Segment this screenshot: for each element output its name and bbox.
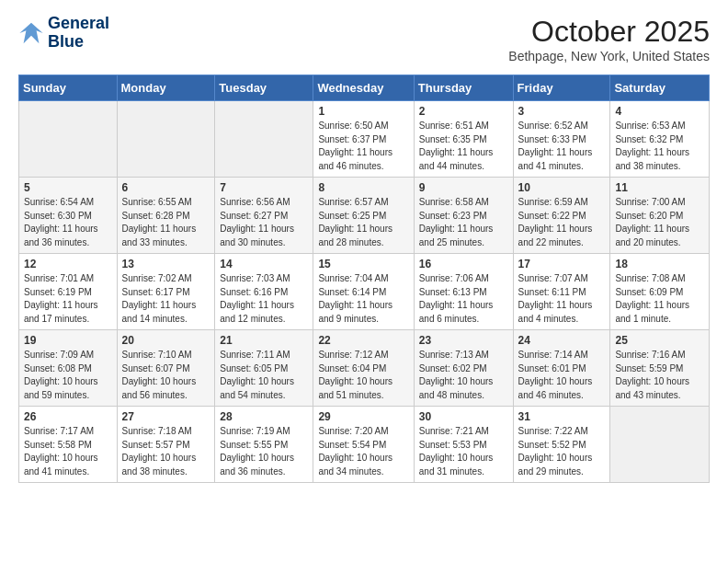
- day-info: Sunrise: 7:09 AM Sunset: 6:08 PM Dayligh…: [24, 349, 112, 402]
- day-info: Sunrise: 7:21 AM Sunset: 5:53 PM Dayligh…: [419, 425, 508, 478]
- day-info: Sunrise: 7:01 AM Sunset: 6:19 PM Dayligh…: [24, 272, 112, 326]
- day-info: Sunrise: 7:12 AM Sunset: 6:04 PM Dayligh…: [318, 349, 408, 402]
- calendar-cell: 15Sunrise: 7:04 AM Sunset: 6:14 PM Dayli…: [313, 254, 414, 330]
- day-number: 29: [318, 410, 408, 423]
- day-number: 6: [122, 181, 210, 194]
- day-number: 31: [518, 410, 606, 423]
- day-number: 15: [318, 258, 408, 270]
- calendar-cell: 10Sunrise: 6:59 AM Sunset: 6:22 PM Dayli…: [513, 178, 610, 254]
- day-number: 12: [24, 258, 112, 270]
- calendar-cell: 29Sunrise: 7:20 AM Sunset: 5:54 PM Dayli…: [313, 407, 414, 483]
- calendar-cell: 23Sunrise: 7:13 AM Sunset: 6:02 PM Dayli…: [414, 330, 513, 407]
- day-number: 16: [419, 258, 508, 270]
- day-info: Sunrise: 7:14 AM Sunset: 6:01 PM Dayligh…: [518, 349, 606, 402]
- day-number: 18: [615, 258, 704, 270]
- day-info: Sunrise: 6:52 AM Sunset: 6:33 PM Dayligh…: [518, 120, 606, 173]
- weekday-header-saturday: Saturday: [610, 75, 710, 101]
- day-info: Sunrise: 7:04 AM Sunset: 6:14 PM Dayligh…: [318, 272, 408, 326]
- calendar-cell: 30Sunrise: 7:21 AM Sunset: 5:53 PM Dayli…: [414, 407, 513, 483]
- week-row-1: 1Sunrise: 6:50 AM Sunset: 6:37 PM Daylig…: [19, 101, 710, 178]
- day-number: 30: [419, 410, 508, 423]
- day-info: Sunrise: 7:06 AM Sunset: 6:13 PM Dayligh…: [419, 272, 508, 326]
- calendar-cell: [610, 407, 710, 483]
- calendar: SundayMondayTuesdayWednesdayThursdayFrid…: [18, 75, 710, 483]
- day-info: Sunrise: 6:57 AM Sunset: 6:25 PM Dayligh…: [318, 196, 408, 249]
- week-row-5: 26Sunrise: 7:17 AM Sunset: 5:58 PM Dayli…: [19, 407, 710, 483]
- day-number: 11: [615, 181, 704, 194]
- day-number: 3: [518, 105, 606, 118]
- day-info: Sunrise: 7:18 AM Sunset: 5:57 PM Dayligh…: [122, 425, 210, 478]
- day-info: Sunrise: 7:16 AM Sunset: 5:59 PM Dayligh…: [615, 349, 704, 402]
- calendar-cell: 5Sunrise: 6:54 AM Sunset: 6:30 PM Daylig…: [19, 178, 118, 254]
- weekday-header-monday: Monday: [117, 75, 215, 101]
- day-info: Sunrise: 7:10 AM Sunset: 6:07 PM Dayligh…: [122, 349, 210, 402]
- day-number: 8: [318, 181, 408, 194]
- day-info: Sunrise: 6:56 AM Sunset: 6:27 PM Dayligh…: [220, 196, 308, 249]
- day-number: 10: [518, 181, 606, 194]
- day-info: Sunrise: 6:53 AM Sunset: 6:32 PM Dayligh…: [615, 120, 704, 173]
- page: General Blue October 2025 Bethpage, New …: [0, 0, 728, 498]
- calendar-cell: 9Sunrise: 6:58 AM Sunset: 6:23 PM Daylig…: [414, 178, 513, 254]
- weekday-header-wednesday: Wednesday: [313, 75, 414, 101]
- logo-text: General Blue: [48, 15, 109, 52]
- day-number: 21: [220, 334, 308, 347]
- day-number: 5: [24, 181, 112, 194]
- day-info: Sunrise: 6:55 AM Sunset: 6:28 PM Dayligh…: [122, 196, 210, 249]
- day-number: 7: [220, 181, 308, 194]
- day-info: Sunrise: 7:00 AM Sunset: 6:20 PM Dayligh…: [615, 196, 704, 249]
- day-info: Sunrise: 6:59 AM Sunset: 6:22 PM Dayligh…: [518, 196, 606, 249]
- calendar-cell: 13Sunrise: 7:02 AM Sunset: 6:17 PM Dayli…: [117, 254, 215, 330]
- calendar-cell: 16Sunrise: 7:06 AM Sunset: 6:13 PM Dayli…: [414, 254, 513, 330]
- day-info: Sunrise: 7:13 AM Sunset: 6:02 PM Dayligh…: [419, 349, 508, 402]
- calendar-cell: 17Sunrise: 7:07 AM Sunset: 6:11 PM Dayli…: [513, 254, 610, 330]
- calendar-cell: 3Sunrise: 6:52 AM Sunset: 6:33 PM Daylig…: [513, 101, 610, 178]
- location: Bethpage, New York, United States: [508, 49, 710, 63]
- day-info: Sunrise: 6:54 AM Sunset: 6:30 PM Dayligh…: [24, 196, 112, 249]
- day-number: 9: [419, 181, 508, 194]
- calendar-cell: 6Sunrise: 6:55 AM Sunset: 6:28 PM Daylig…: [117, 178, 215, 254]
- calendar-cell: 7Sunrise: 6:56 AM Sunset: 6:27 PM Daylig…: [215, 178, 313, 254]
- day-info: Sunrise: 7:08 AM Sunset: 6:09 PM Dayligh…: [615, 272, 704, 326]
- month-title: October 2025: [508, 15, 710, 49]
- day-number: 25: [615, 334, 704, 347]
- day-number: 28: [220, 410, 308, 423]
- title-block: October 2025 Bethpage, New York, United …: [508, 15, 710, 63]
- calendar-cell: 25Sunrise: 7:16 AM Sunset: 5:59 PM Dayli…: [610, 330, 710, 407]
- day-number: 13: [122, 258, 210, 270]
- calendar-cell: 14Sunrise: 7:03 AM Sunset: 6:16 PM Dayli…: [215, 254, 313, 330]
- day-number: 23: [419, 334, 508, 347]
- calendar-cell: 2Sunrise: 6:51 AM Sunset: 6:35 PM Daylig…: [414, 101, 513, 178]
- calendar-cell: 1Sunrise: 6:50 AM Sunset: 6:37 PM Daylig…: [313, 101, 414, 178]
- day-number: 14: [220, 258, 308, 270]
- calendar-cell: 4Sunrise: 6:53 AM Sunset: 6:32 PM Daylig…: [610, 101, 710, 178]
- weekday-header-sunday: Sunday: [19, 75, 118, 101]
- calendar-cell: 21Sunrise: 7:11 AM Sunset: 6:05 PM Dayli…: [215, 330, 313, 407]
- svg-marker-0: [19, 23, 42, 43]
- week-row-3: 12Sunrise: 7:01 AM Sunset: 6:19 PM Dayli…: [19, 254, 710, 330]
- day-number: 27: [122, 410, 210, 423]
- calendar-cell: 11Sunrise: 7:00 AM Sunset: 6:20 PM Dayli…: [610, 178, 710, 254]
- day-info: Sunrise: 6:51 AM Sunset: 6:35 PM Dayligh…: [419, 120, 508, 173]
- calendar-cell: [117, 101, 215, 178]
- calendar-cell: 28Sunrise: 7:19 AM Sunset: 5:55 PM Dayli…: [215, 407, 313, 483]
- calendar-cell: 8Sunrise: 6:57 AM Sunset: 6:25 PM Daylig…: [313, 178, 414, 254]
- day-info: Sunrise: 7:07 AM Sunset: 6:11 PM Dayligh…: [518, 272, 606, 326]
- logo: General Blue: [18, 15, 109, 52]
- day-number: 17: [518, 258, 606, 270]
- calendar-cell: 26Sunrise: 7:17 AM Sunset: 5:58 PM Dayli…: [19, 407, 118, 483]
- weekday-header-tuesday: Tuesday: [215, 75, 313, 101]
- day-number: 4: [615, 105, 704, 118]
- calendar-cell: 19Sunrise: 7:09 AM Sunset: 6:08 PM Dayli…: [19, 330, 118, 407]
- calendar-cell: 31Sunrise: 7:22 AM Sunset: 5:52 PM Dayli…: [513, 407, 610, 483]
- day-info: Sunrise: 7:22 AM Sunset: 5:52 PM Dayligh…: [518, 425, 606, 478]
- calendar-cell: 27Sunrise: 7:18 AM Sunset: 5:57 PM Dayli…: [117, 407, 215, 483]
- day-number: 20: [122, 334, 210, 347]
- calendar-cell: 20Sunrise: 7:10 AM Sunset: 6:07 PM Dayli…: [117, 330, 215, 407]
- day-number: 2: [419, 105, 508, 118]
- weekday-header-thursday: Thursday: [414, 75, 513, 101]
- header: General Blue October 2025 Bethpage, New …: [18, 15, 710, 63]
- day-info: Sunrise: 6:58 AM Sunset: 6:23 PM Dayligh…: [419, 196, 508, 249]
- day-number: 22: [318, 334, 408, 347]
- calendar-cell: [215, 101, 313, 178]
- day-info: Sunrise: 7:17 AM Sunset: 5:58 PM Dayligh…: [24, 425, 112, 478]
